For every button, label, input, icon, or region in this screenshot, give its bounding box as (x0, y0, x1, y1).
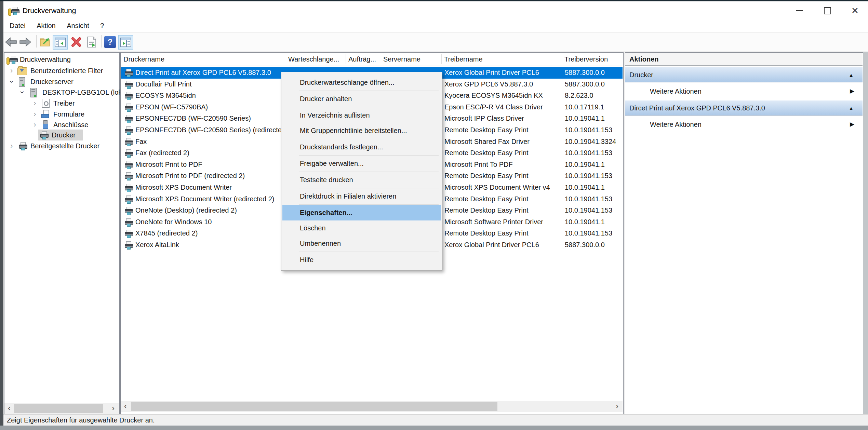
driver-version: 8.2.623.0 (565, 90, 593, 102)
actions-section-label: Drucker (629, 71, 653, 79)
column-divider[interactable] (380, 54, 380, 64)
printer-icon (124, 160, 133, 172)
menu-ansicht[interactable]: Ansicht (62, 20, 94, 32)
scrollbar-thumb[interactable] (14, 404, 103, 413)
list-horizontal-scrollbar[interactable]: ‹ › (121, 401, 623, 412)
column-header-warteschlange[interactable]: Warteschlange... (288, 53, 339, 66)
actions-section-dircet-print[interactable]: Dircet Print auf Xerox GPD PCL6 V5.887.3… (625, 100, 863, 116)
tree-item-label: Druckerserver (30, 76, 74, 87)
menu-item-hilfe[interactable]: Hilfe (281, 252, 442, 268)
tree-item-benutzerdefinierte-filter[interactable]: › Benutzerdefinierte Filter (4, 65, 119, 76)
tree-horizontal-scrollbar[interactable]: ‹ › (4, 403, 119, 414)
menu-item-drucker-anhalten[interactable]: Drucker anhalten (281, 91, 442, 107)
column-divider[interactable] (286, 54, 286, 64)
printer-name: EPSONFEC7DB (WF-C20590 Series) (135, 113, 251, 124)
column-header-servername[interactable]: Servername (383, 53, 420, 66)
chevron-down-icon[interactable]: › (17, 89, 27, 96)
menu-item-direktdruck-in-filialen-aktivieren[interactable]: Direktdruck in Filialen aktivieren (281, 189, 442, 204)
print-management-icon (6, 55, 18, 64)
maximize-button[interactable] (815, 1, 839, 20)
weitere-aktionen-label: Weitere Aktionen (650, 121, 702, 128)
scroll-right-icon[interactable]: › (109, 403, 117, 414)
column-header-treiberversion[interactable]: Treiberversion (564, 53, 608, 66)
back-icon (5, 37, 17, 47)
driver-version: 10.0.19041.3324 (565, 136, 616, 148)
minimize-button[interactable] (788, 1, 812, 20)
column-divider[interactable] (562, 54, 562, 64)
export-button[interactable] (38, 35, 52, 49)
tree-item-desktop-lgbg1ol[interactable]: › DESKTOP-LGBG1OL (loka (4, 87, 119, 98)
scrollbar-thumb[interactable] (131, 402, 497, 411)
action-pane-toggle-button[interactable] (118, 35, 133, 50)
export-list-button[interactable] (85, 35, 98, 49)
printer-name: Docuflair Pull Print (135, 79, 192, 90)
printer-icon (124, 149, 133, 160)
tree-item-formulare[interactable]: › Formulare (4, 109, 119, 120)
menu-item-umbenennen[interactable]: Umbenennen (281, 236, 442, 251)
tree-item-drucker[interactable]: Drucker (4, 130, 119, 140)
chevron-right-icon[interactable]: › (8, 141, 15, 151)
chevron-right-icon[interactable]: › (31, 120, 39, 130)
tree-item-anschluesse[interactable]: › Anschlüsse (4, 119, 119, 130)
menu-item-mit-gruppenrichtlinie-bereitstellen[interactable]: Mit Gruppenrichtlinie bereitstellen... (281, 123, 442, 138)
weitere-aktionen-item[interactable]: Weitere Aktionen ▶ (625, 116, 863, 133)
delete-button[interactable] (69, 35, 83, 49)
tree-item-bereitgestellte-drucker[interactable]: › Bereitgestellte Drucker (4, 140, 119, 151)
scroll-left-icon[interactable]: ‹ (5, 403, 13, 414)
column-divider[interactable] (346, 54, 346, 64)
driver-icon (42, 99, 50, 108)
menu-separator (299, 188, 439, 188)
driver-version: 10.0.17119.1 (565, 102, 604, 113)
chevron-down-icon[interactable]: › (6, 78, 17, 85)
chevron-right-icon[interactable]: › (31, 109, 39, 119)
close-button[interactable]: ✕ (843, 1, 867, 20)
toolbar-separator (36, 35, 37, 48)
driver-version: 10.0.19041.153 (565, 147, 612, 159)
driver-name: Remote Desktop Easy Print (444, 147, 529, 159)
console-tree-toggle-button[interactable] (53, 35, 68, 50)
menu-item-loeschen[interactable]: Löschen (281, 220, 442, 236)
column-divider[interactable] (441, 54, 442, 64)
printer-icon (124, 80, 133, 92)
driver-version: 5887.300.0.0 (565, 79, 605, 90)
tree-item-label: Benutzerdefinierte Filter (30, 65, 103, 76)
help-button[interactable]: ? (103, 35, 117, 49)
weitere-aktionen-item[interactable]: Weitere Aktionen ▶ (625, 83, 863, 100)
menu-separator (299, 107, 439, 107)
actions-pane-scroll-strip (863, 52, 868, 414)
collapse-icon[interactable]: ▲ (849, 100, 854, 116)
scroll-left-icon[interactable]: ‹ (121, 401, 130, 412)
menu-item-druckstandards-festlegen[interactable]: Druckstandards festlegen... (281, 139, 442, 155)
menu-separator (299, 252, 439, 252)
printer-name: Microsoft XPS Document Writer (redirecte… (135, 193, 274, 205)
driver-version: 10.0.19041.153 (565, 228, 612, 239)
collapse-icon[interactable]: ▲ (849, 67, 854, 83)
menu-item-freigabe-verwalten[interactable]: Freigabe verwalten... (281, 156, 442, 171)
menu-aktion[interactable]: Aktion (32, 20, 61, 32)
printer-name: Direct Print auf Xerox GPD PCL6 V5.887.3… (135, 67, 271, 79)
menu-datei[interactable]: Datei (5, 20, 30, 32)
chevron-right-icon[interactable]: › (31, 98, 39, 108)
tree-item-druckverwaltung[interactable]: Druckverwaltung (4, 54, 119, 65)
chevron-right-icon[interactable]: › (8, 66, 15, 76)
forward-button[interactable] (18, 35, 32, 49)
actions-section-drucker[interactable]: Drucker ▲ (625, 67, 863, 82)
tree-item-druckerserver[interactable]: › Druckerserver (4, 76, 119, 87)
tree-item-treiber[interactable]: › Treiber (4, 98, 119, 109)
title-bar[interactable]: Druckverwaltung ✕ (3, 1, 868, 20)
menu-item-druckerwarteschlange-oeffnen[interactable]: Druckerwarteschlange öffnen... (281, 75, 442, 90)
screen-bottom-edge (0, 426, 868, 430)
back-button[interactable] (4, 35, 18, 49)
tree-item-label: Treiber (53, 98, 75, 109)
scroll-right-icon[interactable]: › (613, 401, 621, 412)
driver-name: Kyocera ECOSYS M3645idn KX (444, 90, 543, 102)
menu-separator (299, 139, 439, 139)
menu-help[interactable]: ? (95, 20, 109, 32)
column-header-auftraege[interactable]: Aufträg... (348, 53, 376, 66)
menu-item-testseite-drucken[interactable]: Testseite drucken (281, 172, 442, 188)
menu-item-eigenschaften[interactable]: Eigenschaften... (282, 205, 441, 220)
menu-item-in-verzeichnis-auflisten[interactable]: In Verzeichnis auflisten (281, 108, 442, 123)
printer-name: Microsoft Print to PDF (redirected 2) (135, 170, 245, 182)
column-header-druckername[interactable]: Druckername (123, 53, 164, 66)
column-header-treibername[interactable]: Treibername (444, 53, 483, 66)
